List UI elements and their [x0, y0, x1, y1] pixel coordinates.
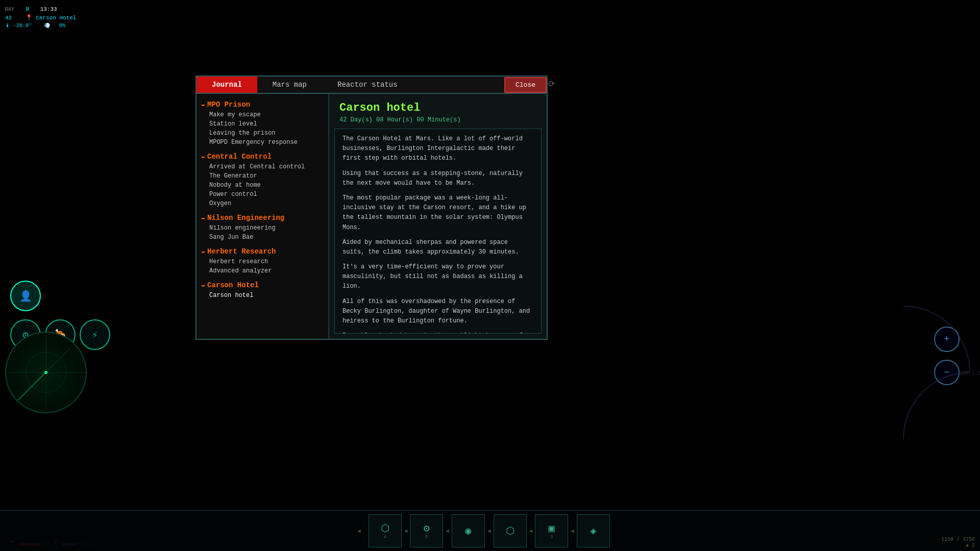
category-items-central-control: Arrived at Central control The Generator… [199, 162, 326, 208]
slot-icon-3: ◉ [465, 524, 471, 537]
journal-item[interactable]: Nobody at home [207, 181, 326, 190]
inventory-slot-5[interactable]: ▣ 3 [535, 514, 568, 547]
category-items-carson: Carson hotel [199, 291, 326, 300]
inventory-slot-4[interactable]: ⬡ [494, 514, 527, 547]
category-header-central-control[interactable]: Central Control [199, 151, 326, 162]
arrow-left[interactable]: ◀ [357, 528, 361, 534]
arrow-sep: ◀ [404, 528, 408, 534]
bottom-right-text2: ◈ 2 [941, 542, 975, 548]
arrow-sep5: ◀ [571, 528, 574, 534]
slot-icon-4: ⬡ [506, 524, 514, 537]
slot-num-1: 4 [383, 535, 386, 540]
day-number: 42 [5, 15, 12, 21]
location-name: Carson Hotel [36, 15, 76, 21]
article-header: Carson hotel 42 Day(s) 08 Hour(s) 00 Min… [329, 94, 547, 129]
journal-item[interactable]: Arrived at Central control [207, 162, 326, 171]
article-paragraph: It's a very time-efficient way to prove … [342, 262, 533, 292]
arrow-sep4: ◀ [529, 528, 533, 534]
article-paragraph: Using that success as a stepping-stone, … [342, 169, 533, 188]
journal-item[interactable]: Sang Jun Bae [207, 233, 326, 242]
category-nilson-engineering: Nilson Engineering Nilson engineering Sa… [199, 212, 326, 242]
slot-icon-1: ⬡ [381, 522, 389, 535]
bottom-hud-bar: ◀ ⬡ 4 ◀ ⚙ 5 ◀ ◉ ◀ ⬡ ◀ ▣ 3 ◀ ◈ [0, 510, 980, 551]
journal-right-panel: Carson hotel 42 Day(s) 08 Hour(s) 00 Min… [329, 94, 547, 339]
arrow-sep2: ◀ [446, 528, 449, 534]
inventory-slot-2[interactable]: ⚙ 5 [410, 514, 443, 547]
slot-icon-5: ▣ [549, 522, 555, 535]
category-items-herbert: Herbert research Advanced analyzer [199, 257, 326, 276]
journal-item[interactable]: Oxygen [207, 199, 326, 208]
inventory-slot-3[interactable]: ◉ [452, 514, 485, 547]
slot-icon-6: ◈ [590, 524, 596, 537]
category-carson-hotel: Carson Hotel Carson hotel [199, 280, 326, 300]
journal-item[interactable]: Leaving the prison [207, 129, 326, 138]
journal-left-panel[interactable]: MPO Prison Make my escape Station level … [197, 94, 329, 339]
inventory-slot-6[interactable]: ◈ [577, 514, 610, 547]
svg-text:25R-1-62: 25R-1-62 [960, 370, 980, 376]
category-mpo-prison: MPO Prison Make my escape Station level … [199, 99, 326, 147]
slot-num-2: 5 [425, 535, 428, 540]
tab-journal[interactable]: Journal [197, 77, 257, 93]
article-title: Carson hotel [339, 102, 536, 114]
day-label: DAY [5, 7, 14, 12]
tab-bar: Journal Mars map Reactor status Close [197, 77, 547, 94]
article-paragraph: Recently she had been in the spotlight b… [342, 331, 533, 334]
article-body[interactable]: The Carson Hotel at Mars. Like a lot of … [334, 129, 542, 334]
tab-mars-map[interactable]: Mars map [257, 77, 322, 93]
journal-dialog: Journal Mars map Reactor status Close MP… [195, 76, 548, 340]
arc-gauge: 25R-1-62 [878, 296, 980, 449]
article-subtitle: 42 Day(s) 08 Hour(s) 00 Minute(s) [339, 116, 536, 123]
tab-reactor-status[interactable]: Reactor status [322, 77, 413, 93]
category-central-control: Central Control Arrived at Central contr… [199, 151, 326, 208]
journal-item[interactable]: Nilson engineering [207, 223, 326, 233]
journal-item[interactable]: Station level [207, 119, 326, 129]
journal-item[interactable]: MPOPD Emergency response [207, 138, 326, 147]
category-header-mpo-prison[interactable]: MPO Prison [199, 99, 326, 110]
category-header-carson[interactable]: Carson Hotel [199, 280, 326, 291]
slot-icon-2: ⚙ [424, 522, 430, 535]
inventory-slot-1[interactable]: ⬡ 4 [369, 514, 402, 547]
location-icon: 📍 [26, 15, 33, 21]
wind-icon: 💨 [44, 23, 50, 29]
journal-item[interactable]: The Generator [207, 171, 326, 181]
journal-item[interactable]: Make my escape [207, 110, 326, 119]
bottom-right-hud: 1150 / 3750 ◈ 2 [941, 537, 975, 548]
category-items-nilson: Nilson engineering Sang Jun Bae [199, 223, 326, 242]
category-header-nilson[interactable]: Nilson Engineering [199, 212, 326, 223]
article-paragraph: Aided by mechanical sherpas and powered … [342, 238, 533, 257]
dialog-content: MPO Prison Make my escape Station level … [197, 94, 547, 339]
article-paragraph: All of this was overshadowed by the pres… [342, 297, 533, 327]
slot-num-5: 3 [550, 535, 553, 540]
stat2: 0% [59, 23, 65, 29]
category-herbert-research: Herbert Research Herbert research Advanc… [199, 246, 326, 276]
journal-item[interactable]: Advanced analyzer [207, 266, 326, 276]
journal-item-selected[interactable]: Carson hotel [207, 291, 326, 300]
temperature: -20.0° [13, 23, 32, 29]
hud-circle-person[interactable]: 👤 [10, 281, 41, 311]
article-paragraph: The most popular package was a week-long… [342, 193, 533, 233]
journal-item[interactable]: Power control [207, 190, 326, 199]
category-items-mpo-prison: Make my escape Station level Leaving the… [199, 110, 326, 147]
bottom-right-text1: 1150 / 3750 [941, 537, 975, 542]
temp-icon: 🌡 [5, 23, 10, 29]
close-button[interactable]: Close [504, 77, 547, 93]
arrow-sep3: ◀ [487, 528, 491, 534]
pause-icon: ⏸ [24, 6, 30, 12]
journal-item[interactable]: Herbert research [207, 257, 326, 266]
hud-topleft: DAY ⏸ 13:33 42 📍 Carson Hotel 🌡 -20.0° 💨… [5, 5, 81, 30]
radar-display [5, 332, 87, 413]
category-header-herbert[interactable]: Herbert Research [199, 246, 326, 257]
article-paragraph: The Carson Hotel at Mars. Like a lot of … [342, 134, 533, 164]
time-display: 13:33 [40, 6, 57, 12]
